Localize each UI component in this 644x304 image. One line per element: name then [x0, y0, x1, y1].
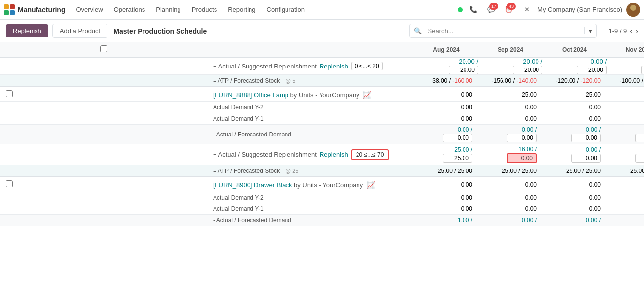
replenish-row1-range[interactable]: 0 ≤...≤ 20 — [351, 62, 383, 70]
search-icon: 🔍 — [410, 27, 426, 34]
partial-oct: 0.00 / — [542, 215, 607, 226]
forecast-nov: 0.00 / 0.00 — [607, 125, 644, 144]
activity-icon-btn[interactable]: ⏰ 43 — [502, 3, 516, 17]
trend-icon[interactable]: 📈 — [363, 91, 371, 99]
val-bot[interactable]: 0.00 — [635, 154, 644, 163]
demand-y2-sep: 0.00 — [478, 102, 542, 113]
prod8888-aug: 0.00 — [414, 87, 478, 102]
table-row: Actual Demand Y-1 0.00 0.00 0.00 0.00 0.… — [0, 203, 644, 215]
page-title: Master Production Schedule — [113, 27, 207, 35]
val-bot[interactable]: 0.00 — [635, 134, 644, 142]
atp-row1-oct: -120.00 / -120.00 — [542, 75, 607, 87]
val-bot[interactable]: 20.00 — [513, 66, 542, 74]
val-bot[interactable]: 20.00 — [449, 66, 478, 74]
status-dot — [458, 7, 463, 12]
svg-rect-3 — [10, 10, 15, 15]
val-bot[interactable]: 25.00 — [443, 154, 472, 163]
d8900-y1-nov: 0.00 — [607, 203, 644, 215]
atp-row2-at: @ 25 — [286, 168, 298, 174]
partial-aug: 1.00 / — [414, 215, 478, 226]
d8900-y1-sep: 0.00 — [478, 203, 542, 215]
prod8900-oct: 0.00 — [542, 177, 607, 192]
val-bot[interactable]: 20.00 — [641, 66, 644, 74]
replenish2-oct: 0.00 / 0.00 — [542, 144, 607, 165]
val-bot[interactable]: 0.00 — [571, 134, 601, 142]
pagination-prev[interactable]: ‹ — [630, 27, 632, 35]
table-container: Aug 2024 Sep 2024 Oct 2024 Nov 2024 Dec … — [0, 42, 644, 304]
checkbox-cell — [0, 203, 207, 215]
val-bot[interactable]: 0.00 — [507, 134, 537, 142]
replenish-row2-range[interactable]: 20 ≤...≤ 70 — [351, 149, 389, 160]
replenish-row2-link[interactable]: Replenish — [320, 151, 348, 158]
partial-row-label: - Actual / Forecasted Demand — [207, 215, 414, 226]
demand-y1-nov: 0.00 — [607, 113, 644, 125]
demand8900-y1-label: Actual Demand Y-1 — [207, 203, 414, 215]
checkbox-cell — [0, 215, 207, 226]
nav-configuration[interactable]: Configuration — [262, 4, 310, 15]
demand8900-y2-label: Actual Demand Y-2 — [207, 192, 414, 203]
product-furn8888-link[interactable]: [FURN_8888] Office Lamp — [213, 91, 288, 99]
search-input[interactable] — [426, 24, 584, 37]
search-dropdown-button[interactable]: ▾ — [584, 27, 596, 34]
chat-icon-btn[interactable]: 💬 17 — [484, 3, 498, 17]
val-bot-highlight[interactable]: 0.00 — [507, 153, 537, 163]
atp-row1-sep: -156.00 / -140.00 — [478, 75, 542, 87]
replenish-row1-label: + Actual / Suggested Replenishment — [213, 63, 317, 70]
nav-reporting[interactable]: Reporting — [223, 4, 260, 15]
demand-y1-aug: 0.00 — [414, 113, 478, 125]
atp2-aug: 25.00 / 25.00 — [414, 165, 478, 177]
checkbox-cell — [0, 192, 207, 203]
prod8900-sep: 0.00 — [478, 177, 542, 192]
replenish-row1-link[interactable]: Replenish — [320, 63, 348, 70]
app-logo[interactable]: Manufacturing — [4, 4, 65, 15]
val-bot[interactable]: 0.00 — [443, 134, 472, 142]
product-checkbox-8900[interactable] — [6, 180, 13, 187]
checkbox-cell — [0, 57, 207, 75]
table-row: [FURN_8888] Office Lamp by Units - YourC… — [0, 87, 644, 102]
atp2-sep: 25.00 / 25.00 — [478, 165, 542, 177]
phone-icon-btn[interactable]: 📞 — [466, 3, 480, 17]
add-product-button[interactable]: Add a Product — [52, 24, 107, 38]
demand-y1-label: Actual Demand Y-1 — [207, 113, 414, 125]
select-all-checkbox[interactable] — [100, 45, 107, 52]
svg-rect-0 — [4, 4, 9, 9]
d8900-y2-oct: 0.00 — [542, 192, 607, 203]
nav-operations[interactable]: Operations — [109, 4, 150, 15]
val-top: 0.00 / — [522, 126, 537, 133]
atp-row1-label: = ATP / Forecasted Stock — [213, 77, 280, 84]
user-avatar[interactable] — [626, 3, 640, 17]
top-navigation: Manufacturing Overview Operations Planni… — [0, 0, 644, 20]
replenish-row1-aug: 20.00 / 20.00 — [414, 57, 478, 75]
prod8888-nov: 25.00 — [607, 87, 644, 102]
product-furn8900-link[interactable]: [FURN_8900] Drawer Black — [213, 181, 292, 189]
search-container: 🔍 ▾ — [409, 24, 597, 38]
checkbox-cell — [0, 165, 207, 177]
val-bot[interactable]: 0.00 — [571, 154, 601, 163]
nav-planning[interactable]: Planning — [151, 4, 186, 15]
d8900-y2-aug: 0.00 — [414, 192, 478, 203]
forecasted-demand-label: - Actual / Forecasted Demand — [207, 125, 414, 144]
pagination-next[interactable]: › — [636, 27, 638, 35]
checkbox-cell — [0, 177, 207, 192]
replenish-label-cell: + Actual / Suggested Replenishment Reple… — [207, 57, 414, 75]
atp2-oct: 25.00 / 25.00 — [542, 165, 607, 177]
product-checkbox[interactable] — [6, 90, 13, 97]
header-nov2024: Nov 2024 — [607, 42, 644, 57]
header-sep2024: Sep 2024 — [478, 42, 542, 57]
chat-badge: 17 — [489, 3, 498, 10]
svg-point-5 — [628, 12, 638, 17]
product-furn8900-unit: by Units — [294, 181, 317, 189]
prod8900-nov: 0.00 — [607, 177, 644, 192]
nav-overview[interactable]: Overview — [71, 4, 107, 15]
nav-products[interactable]: Products — [187, 4, 222, 15]
replenish-button[interactable]: Replenish — [6, 24, 48, 37]
settings-icon-btn[interactable]: ✕ — [520, 3, 534, 17]
val-top: 0.00 / — [590, 58, 607, 65]
forecast-oct: 0.00 / 0.00 — [542, 125, 607, 144]
replenish2-aug: 25.00 / 25.00 — [414, 144, 478, 165]
atp2-label-cell: = ATP / Forecasted Stock @ 25 — [207, 165, 414, 177]
svg-rect-2 — [4, 10, 9, 15]
val-bot[interactable]: 20.00 — [577, 66, 607, 74]
d8900-y2-sep: 0.00 — [478, 192, 542, 203]
trend-icon-8900[interactable]: 📈 — [367, 181, 375, 189]
